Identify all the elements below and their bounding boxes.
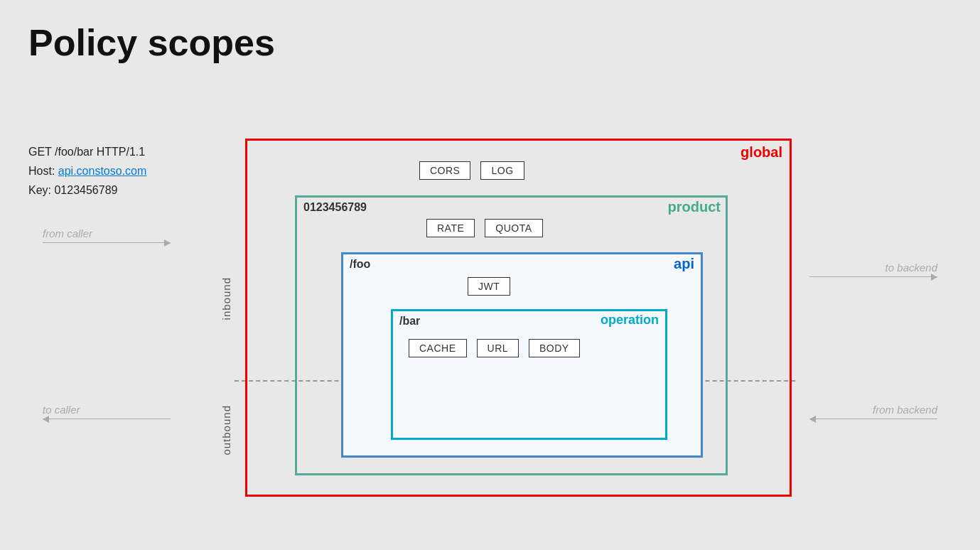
badge-quota: QUOTA — [485, 219, 542, 237]
badge-log: LOG — [480, 161, 524, 180]
api-label: api — [674, 256, 694, 272]
request-info: GET /foo/bar HTTP/1.1 Host: api.constoso… — [28, 142, 146, 200]
badge-jwt: JWT — [468, 277, 510, 296]
arrow-from-caller: from caller — [43, 227, 171, 243]
request-line1: GET /foo/bar HTTP/1.1 — [28, 142, 146, 161]
from-caller-label: from caller — [43, 227, 171, 239]
badge-rate: RATE — [426, 219, 475, 237]
badge-url: URL — [477, 339, 519, 357]
global-label: global — [741, 144, 782, 161]
label-outbound: outbound — [220, 405, 232, 455]
request-line3: Key: 0123456789 — [28, 180, 146, 200]
arrow-to-caller: to caller — [43, 404, 171, 419]
badges-api: JWT — [468, 277, 510, 296]
product-key: 0123456789 — [303, 201, 367, 214]
operation-label: operation — [601, 313, 659, 328]
box-operation: operation /bar — [391, 309, 667, 440]
to-caller-line — [43, 419, 171, 419]
badge-body: BODY — [529, 339, 580, 357]
badges-operation: CACHE URL BODY — [409, 339, 580, 357]
badges-product: RATE QUOTA — [426, 219, 543, 237]
badge-cors: CORS — [419, 161, 470, 180]
from-backend-label: from backend — [809, 404, 937, 416]
badge-cache: CACHE — [409, 339, 467, 357]
to-backend-label: to backend — [809, 261, 937, 274]
from-backend-line — [809, 419, 937, 419]
page-title: Policy scopes — [28, 21, 275, 64]
api-path: /foo — [350, 258, 370, 271]
badges-global: CORS LOG — [419, 161, 524, 180]
request-line2: Host: api.constoso.com — [28, 161, 146, 180]
to-backend-line — [809, 276, 937, 277]
label-inbound: inbound — [220, 277, 232, 320]
arrow-to-backend: to backend — [809, 261, 937, 277]
arrow-from-backend: from backend — [809, 404, 937, 419]
operation-path: /bar — [399, 315, 420, 328]
product-label: product — [668, 199, 721, 215]
from-caller-line — [43, 242, 171, 243]
to-caller-label: to caller — [43, 404, 171, 416]
